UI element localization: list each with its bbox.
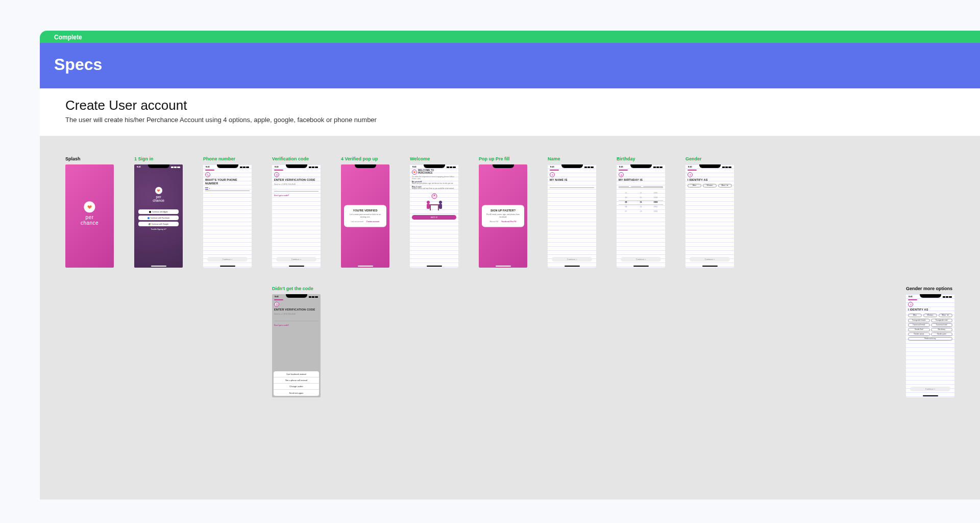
action-sheet: Use facebook instead Get a phone call in… <box>274 371 319 396</box>
gender-woman-chip[interactable]: Woman <box>923 314 937 317</box>
lock-step-icon <box>274 302 279 307</box>
screen-col-prefill: Pop up Pre fill SIGN UP FASTER? Pre-fill… <box>479 156 527 268</box>
continue-button[interactable]: Continue > <box>910 387 950 391</box>
gender-opt[interactable]: Transexual female <box>908 323 930 327</box>
screen-label: Birthday <box>617 156 665 161</box>
screen-splash[interactable]: perchance <box>65 164 114 268</box>
screen-gender-more[interactable]: 9:41 I IDENTIFY AS Man Woman More Transg… <box>906 294 954 397</box>
progress-stepper <box>550 170 559 171</box>
status-time: 9:41 <box>412 165 416 168</box>
chevron-down-icon[interactable]: ▾ <box>209 187 210 189</box>
screen-verification[interactable]: 9:41 ENTER VERIFICATION CODE Send to +1 … <box>272 164 321 268</box>
gender-opt[interactable]: Gender variant <box>908 332 930 336</box>
status-icons <box>309 166 318 168</box>
name-input[interactable] <box>550 184 594 188</box>
screen-col-phone: Phone number 9:41 WHAT'S YOUR PHONE NUMB… <box>203 156 252 268</box>
status-time: 9:41 <box>275 165 279 168</box>
gender-more-chip[interactable]: More <box>939 314 952 317</box>
artboard-area[interactable]: Splash perchance 1 Sign in 9:41 <box>40 136 980 500</box>
status-icons <box>584 166 594 168</box>
svg-point-5 <box>427 201 430 204</box>
screen-col-welcome: Welcome 9:41 WELCOME TOPERCHANCE To make… <box>410 156 458 268</box>
gender-man-chip[interactable]: Man <box>908 314 922 317</box>
section-header: Create User account The user will create… <box>40 88 980 136</box>
home-indicator-icon <box>702 266 718 267</box>
didnt-get-code-link[interactable]: Don't get a code? <box>274 324 318 326</box>
home-indicator-icon <box>923 395 938 396</box>
svg-rect-6 <box>427 204 430 209</box>
notch-icon <box>217 164 238 168</box>
status-time: 9:41 <box>206 165 210 168</box>
verify-title: ENTER VERIFICATION CODE <box>274 308 318 311</box>
link-account-link[interactable]: Link an account <box>351 221 364 223</box>
got-it-button[interactable]: GOT IT <box>412 215 456 220</box>
screen-didnt-get-code[interactable]: 9:41 ENTER VERIFICATION CODE Send to +1 … <box>272 294 321 397</box>
phone-title: WHAT'S YOUR PHONE NUMBER <box>205 178 250 185</box>
phone-number-input[interactable]: ▾ <box>205 187 250 191</box>
screen-col-gender-more: Gender more options 9:41 I IDENTIFY AS M… <box>906 286 954 397</box>
status-icons <box>943 296 952 298</box>
screen-prefill-popup[interactable]: SIGN UP FASTER? Pre-fill email, name, ag… <box>479 164 527 268</box>
manual-fill-link[interactable]: Manual Fill <box>489 221 498 223</box>
cake-step-icon <box>619 172 624 177</box>
screen-verified-popup[interactable]: YOU'RE VERIFIED Let's create your accoun… <box>341 164 389 268</box>
gender-options-expanded: Transgender female Transgender male Tran… <box>908 319 952 341</box>
screen-welcome[interactable]: 9:41 WELCOME TOPERCHANCE To make the exp… <box>410 164 458 268</box>
screen-label: Name <box>548 156 596 161</box>
prefill-subtitle: Pre-fill email, name, age, and photos fr… <box>485 214 521 219</box>
code-input[interactable] <box>274 317 318 321</box>
screen-signin[interactable]: 9:41 perchance Continue with Apple Conti… <box>134 164 183 268</box>
screens-row-1: Splash perchance 1 Sign in 9:41 <box>65 156 954 268</box>
date-picker-wheel[interactable]: 11171995 10151994 09151993 08141992 0713… <box>619 191 663 214</box>
didnt-get-code-link[interactable]: Don't get a code? <box>274 195 318 197</box>
screen-label: Verification code <box>272 156 321 161</box>
continue-with-apple-button[interactable]: Continue with Apple <box>138 209 179 214</box>
birthday-input[interactable] <box>619 184 663 188</box>
home-indicator-icon <box>496 266 511 267</box>
notch-icon <box>920 294 941 298</box>
svg-rect-0 <box>276 175 278 176</box>
screen-phone-number[interactable]: 9:41 WHAT'S YOUR PHONE NUMBER ▾ Continue… <box>203 164 252 268</box>
gender-more-chip[interactable]: More <box>718 184 732 187</box>
create-account-link[interactable]: Create account <box>366 221 379 223</box>
continue-with-facebook-button[interactable]: Continue with Facebook <box>138 216 179 220</box>
screen-col-verify: Verification code 9:41 ENTER VERIFICATIO… <box>272 156 321 268</box>
gender-opt[interactable]: Prefer not to say <box>908 337 952 341</box>
gender-opt[interactable]: Gender queer <box>931 332 953 336</box>
code-input[interactable] <box>274 187 318 192</box>
svg-point-9 <box>552 174 553 175</box>
birthday-title: MY BIRTHDAY IS <box>619 178 663 181</box>
screen-gender[interactable]: 9:41 I IDENTIFY AS Man Woman More Contin… <box>685 164 734 268</box>
home-indicator-icon <box>289 266 304 267</box>
continue-with-google-button[interactable]: Continue with Google <box>138 222 179 226</box>
screen-name[interactable]: 9:41 MY NAME IS Continue > <box>548 164 596 268</box>
continue-button[interactable]: Continue > <box>207 257 248 262</box>
gender-man-chip[interactable]: Man <box>688 184 701 187</box>
screen-birthday[interactable]: 9:41 MY BIRTHDAY IS 11171995 10151994 09… <box>617 164 665 268</box>
verified-card: YOU'RE VERIFIED Let's create your accoun… <box>344 205 386 227</box>
trouble-signing-in-link[interactable]: Trouble Signing In? <box>138 228 179 230</box>
gender-opt[interactable]: Transgender female <box>908 319 930 322</box>
user-step-icon <box>550 172 555 177</box>
rule-2: Play it cool.Respect others and treat th… <box>412 186 456 190</box>
gender-opt[interactable]: Transexual male <box>931 323 953 327</box>
continue-button[interactable]: Continue > <box>690 257 730 262</box>
continue-button[interactable]: Continue > <box>621 257 661 262</box>
rule-1: Be yourself.Make sure your photos, age, … <box>412 181 456 185</box>
sheet-opt-send-again[interactable]: Send text again <box>274 390 319 396</box>
facebook-prefill-link[interactable]: Facebook Pre-Fill <box>501 221 516 223</box>
google-icon <box>149 223 151 225</box>
notch-icon <box>286 164 307 168</box>
continue-button[interactable]: Continue > <box>276 257 316 262</box>
sheet-opt-change-number[interactable]: Change umber <box>274 384 319 390</box>
status-time: 9:41 <box>137 165 141 168</box>
gender-woman-chip[interactable]: Woman <box>703 184 717 187</box>
country-flag-icon[interactable] <box>205 187 208 189</box>
gender-opt[interactable]: Transgender male <box>931 319 953 322</box>
continue-button[interactable]: Continue > <box>552 257 592 262</box>
header-bar: Specs <box>40 43 980 88</box>
gender-opt[interactable]: Gender fluid <box>908 328 930 331</box>
sheet-opt-phone-call[interactable]: Get a phone call instead <box>274 377 319 384</box>
gender-opt[interactable]: Non-binary <box>931 328 953 331</box>
sheet-opt-facebook[interactable]: Use facebook instead <box>274 371 319 377</box>
